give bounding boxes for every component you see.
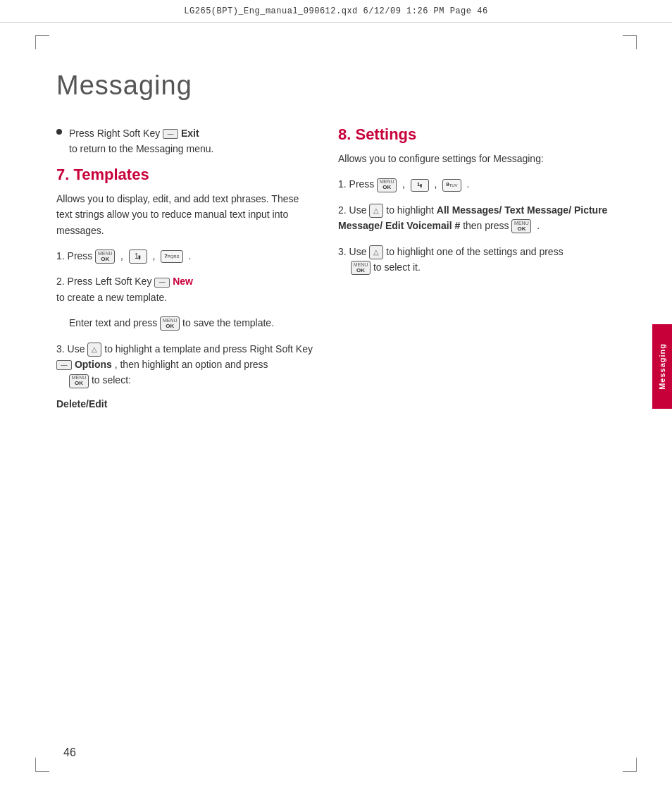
step2-sub-text2: to save the template.	[182, 317, 274, 328]
menu-ok-key-3: MENUOK	[69, 374, 89, 388]
nav-btn-1: △	[87, 343, 101, 357]
s8-step3-key-area: MENUOK to select it.	[351, 259, 421, 275]
bullet-text-2: to return to the Messaging menu.	[69, 143, 213, 154]
nav-btn-2: △	[369, 204, 383, 218]
menu-ok-key-6: MENUOK	[351, 261, 371, 275]
s8-key-8tuv: 8TUV	[442, 179, 461, 192]
step2-sub-text1: Enter text and press	[69, 317, 157, 328]
bullet-dot	[56, 129, 62, 135]
sidebar-tab: Messaging	[652, 324, 672, 409]
sidebar-tab-label: Messaging	[658, 343, 666, 390]
step3-label: 3. Use	[56, 343, 85, 355]
section7-heading: 7. Templates	[56, 166, 317, 184]
two-column-layout: Press Right Soft Key ― Exit to return to…	[56, 125, 633, 409]
new-key-label: New	[173, 276, 193, 287]
s8-step3-label: 3. Use	[338, 246, 366, 257]
step3-text2: , then highlight an option and press	[115, 359, 268, 370]
comma-1: ,	[118, 250, 126, 261]
menu-ok-key-2: MENUOK	[160, 316, 180, 331]
section7-step3: 3. Use △ to highlight a template and pre…	[56, 341, 317, 388]
main-title: Messaging	[56, 70, 633, 101]
s8-step1-label: 1. Press	[338, 178, 374, 190]
menu-ok-key-5: MENUOK	[511, 219, 531, 233]
exit-soft-key: ―	[163, 129, 178, 139]
step2-label: 2. Press Left Soft Key	[56, 276, 151, 287]
menu-ok-key-4: MENUOK	[377, 178, 397, 192]
step3-text3-pre: MENUOK to select:	[69, 372, 131, 388]
s8-step2-label: 2. Use	[338, 204, 366, 216]
header-bar: LG265(BPT)_Eng_manual_090612.qxd 6/12/09…	[0, 0, 672, 23]
main-content: Messaging Press Right Soft Key ― Exit to…	[56, 35, 633, 765]
section7-step1: 1. Press MENUOK , 1▮ , 7PQRS .	[56, 248, 317, 264]
s8-key-1: 1▮	[411, 179, 429, 192]
nav-btn-3: △	[369, 245, 383, 259]
section8-step2: 2. Use △ to highlight All Messages/ Text…	[338, 202, 633, 234]
section8-heading: 8. Settings	[338, 125, 633, 144]
bullet-exit-text: Press Right Soft Key ― Exit to return to…	[69, 125, 213, 157]
key-1: 1▮	[129, 250, 147, 264]
s8-step3-text2: to select it.	[373, 261, 421, 273]
delete-edit-label: Delete/Edit	[56, 398, 317, 409]
key-7pqrs: 7PQRS	[161, 250, 182, 263]
s8-comma-2: ,	[432, 178, 440, 190]
section7-intro: Allows you to display, edit, and add tex…	[56, 191, 317, 238]
period-1: .	[186, 250, 192, 261]
step1-label: 1. Press	[56, 250, 92, 261]
section8-step1: 1. Press MENUOK , 1▮ , 8TUV .	[338, 176, 633, 192]
exit-key-label: Exit	[181, 128, 199, 139]
s8-step2-text2: then press	[463, 220, 509, 231]
section8-step3: 3. Use △ to highlight one of the setting…	[338, 244, 633, 276]
s8-step2-text: to highlight	[386, 204, 434, 216]
section7-step2: 2. Press Left Soft Key ― New to create a…	[56, 273, 317, 305]
step3-text: to highlight a template and press Right …	[104, 343, 313, 355]
left-column: Press Right Soft Key ― Exit to return to…	[56, 125, 317, 409]
step3-text3: to select:	[92, 374, 131, 386]
s8-comma-1: ,	[399, 178, 408, 190]
comma-2: ,	[150, 250, 158, 261]
right-column: 8. Settings Allows you to configure sett…	[338, 125, 633, 409]
bullet-text-1: Press Right Soft Key	[69, 128, 160, 139]
options-soft-key: ―	[56, 360, 72, 370]
s8-step3-text: to highlight one of the settings and pre…	[386, 246, 563, 257]
step2-text: to create a new template.	[56, 292, 167, 303]
s8-period2: .	[534, 220, 540, 231]
options-key-label: Options	[75, 359, 112, 370]
bullet-exit: Press Right Soft Key ― Exit to return to…	[56, 125, 317, 157]
section7-step2-sub: Enter text and press MENUOK to save the …	[69, 315, 317, 331]
new-soft-key: ―	[154, 278, 170, 288]
menu-ok-key-1: MENUOK	[95, 250, 115, 264]
header-filename: LG265(BPT)_Eng_manual_090612.qxd 6/12/09…	[184, 6, 487, 16]
corner-mark-bl	[35, 758, 49, 772]
section8-intro: Allows you to configure settings for Mes…	[338, 151, 633, 166]
s8-period: .	[464, 178, 470, 190]
corner-mark-tl	[35, 35, 49, 49]
